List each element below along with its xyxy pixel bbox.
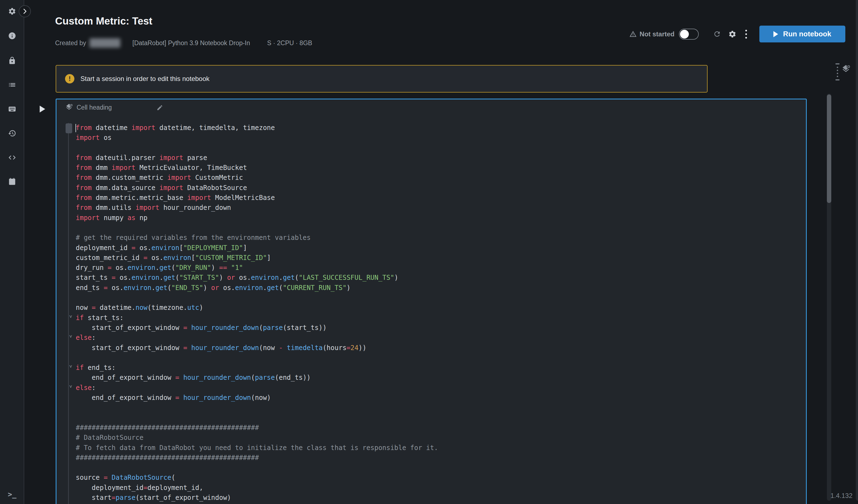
add-cell-layers-icon[interactable] [841, 65, 850, 74]
sidebar-item-keyboard[interactable] [0, 101, 24, 117]
right-panel-edge [856, 0, 858, 501]
code-line[interactable]: from dmm.metric.metric_base import Model… [76, 193, 806, 203]
code-line[interactable]: end_of_export_window = hour_rounder_down… [76, 393, 806, 403]
code-line[interactable]: deployment_id = os.environ["DEPLOYMENT_I… [76, 243, 806, 253]
code-line[interactable]: from dmm import MetricEvaluator, TimeBuc… [76, 163, 806, 173]
app-version: 1.4.132 [830, 492, 853, 500]
code-line[interactable] [76, 293, 806, 303]
code-line[interactable]: start=parse(start_of_export_window) [76, 493, 806, 503]
resources-label: S · 2CPU · 8GB [267, 39, 313, 47]
code-line[interactable]: >if start_ts: [76, 313, 806, 323]
lock-icon [8, 56, 16, 65]
code-line[interactable]: source = DataRobotSource( [76, 473, 806, 483]
code-line[interactable]: ########################################… [76, 423, 806, 433]
list-icon [8, 81, 16, 89]
created-by-label: Created by [55, 39, 86, 47]
handle-dash [836, 79, 840, 80]
code-line[interactable]: # To fetch data from DataRobot you need … [76, 443, 806, 453]
code-line[interactable]: deployment_id=deployment_id, [76, 483, 806, 493]
code-line[interactable]: end_ts = os.environ.get("END_TS") or os.… [76, 283, 806, 293]
code-line[interactable]: if isinstance(start_of_export_window, st… [76, 503, 806, 504]
code-line[interactable]: start_of_export_window = hour_rounder_do… [76, 323, 806, 333]
code-line[interactable]: from dmm.custom_metric import CustomMetr… [76, 173, 806, 183]
code-line[interactable] [76, 463, 806, 473]
code-line[interactable]: import os [76, 133, 806, 143]
page-title: Custom Metric: Test [55, 15, 153, 27]
left-sidebar: >_ [0, 0, 24, 504]
warning-triangle-icon [629, 30, 637, 38]
refresh-button[interactable] [709, 27, 725, 42]
code-line[interactable]: from dateutil.parser import parse [76, 153, 806, 163]
terminal-icon: >_ [8, 490, 16, 499]
code-line[interactable]: custom_metric_id = os.environ["CUSTOM_ME… [76, 253, 806, 263]
code-line[interactable]: start_ts = os.environ.get("START_TS") or… [76, 273, 806, 282]
code-line[interactable] [76, 413, 806, 423]
fold-chevron-icon[interactable]: > [66, 365, 76, 370]
notebook-app: >_ Custom Metric: Test Created by [DataR… [0, 0, 858, 504]
code-line[interactable] [76, 353, 806, 363]
edit-pencil-icon[interactable] [157, 104, 163, 111]
code-line[interactable] [76, 403, 806, 412]
code-line[interactable]: from dmm.data_source import DataRobotSou… [76, 183, 806, 193]
status-label: Not started [639, 30, 674, 38]
sidebar-item-lock[interactable] [0, 53, 24, 68]
sidebar-expand-button[interactable] [19, 5, 31, 17]
code-line[interactable]: from dmm.utils import hour_rounder_down [76, 203, 806, 213]
header-controls: Not started Run notebook [629, 26, 845, 43]
session-toggle[interactable] [679, 29, 699, 40]
code-line[interactable]: >else: [76, 333, 806, 343]
right-panel-handle[interactable] [836, 63, 852, 82]
sidebar-item-calendar[interactable] [0, 174, 24, 190]
scrollbar-thumb[interactable] [827, 95, 831, 203]
gear-icon [8, 7, 16, 15]
environment-label: [DataRobot] Python 3.9 Notebook Drop-In [132, 39, 250, 47]
code-line[interactable]: ########################################… [76, 453, 806, 463]
session-status: Not started [629, 30, 674, 38]
code-line[interactable]: # DataRobotSource [76, 433, 806, 443]
creator-name-redacted [90, 38, 121, 48]
notebook-cell[interactable]: Cell heading from datetime import dateti… [55, 99, 807, 504]
kebab-icon [745, 30, 747, 31]
run-notebook-button[interactable]: Run notebook [759, 26, 845, 43]
fold-chevron-icon[interactable]: > [66, 335, 76, 340]
code-line[interactable]: start_of_export_window = hour_rounder_do… [76, 343, 806, 353]
history-icon [8, 129, 16, 137]
sidebar-item-info[interactable] [0, 28, 24, 44]
settings-button[interactable] [725, 27, 740, 42]
code-line[interactable]: >else: [76, 383, 806, 393]
fold-chevron-icon[interactable]: > [66, 385, 76, 391]
session-warning-banner: ! Start a session in order to edit this … [55, 65, 708, 93]
sidebar-item-outline[interactable] [0, 77, 24, 93]
code-line[interactable]: now = datetime.now(timezone.utc) [76, 303, 806, 313]
refresh-icon [713, 30, 721, 38]
keyboard-icon [8, 105, 16, 113]
more-menu-button[interactable] [740, 27, 752, 42]
cell-heading-label: Cell heading [77, 104, 112, 111]
fold-chevron-icon[interactable]: > [66, 315, 76, 321]
play-icon [774, 31, 778, 37]
code-lines[interactable]: from datetime import datetime, timedelta… [57, 123, 806, 504]
sidebar-item-history[interactable] [0, 126, 24, 141]
cell-header: Cell heading [65, 104, 163, 111]
code-line[interactable]: from datetime import datetime, timedelta… [76, 123, 806, 133]
gear-icon [728, 30, 736, 38]
run-notebook-label: Run notebook [783, 30, 831, 38]
exclamation-circle-icon: ! [65, 74, 74, 83]
code-line[interactable]: dry_run = os.environ.get("DRY_RUN") == "… [76, 263, 806, 273]
code-line[interactable]: # get the required variables from the en… [76, 233, 806, 243]
run-cell-button[interactable] [40, 104, 51, 114]
code-line[interactable] [76, 223, 806, 233]
code-line[interactable]: end_of_export_window = hour_rounder_down… [76, 373, 806, 383]
sidebar-item-code[interactable] [0, 150, 24, 165]
cell-type-layers-icon [65, 104, 73, 111]
code-line[interactable] [76, 143, 806, 153]
sidebar-item-terminal[interactable]: >_ [0, 487, 24, 502]
info-icon [8, 32, 16, 40]
calendar-icon [8, 178, 16, 186]
banner-message: Start a session in order to edit this no… [80, 75, 209, 83]
code-line[interactable]: import numpy as np [76, 213, 806, 223]
handle-dash [836, 63, 840, 64]
code-line[interactable]: >if end_ts: [76, 363, 806, 373]
toggle-knob [680, 30, 689, 38]
code-icon [8, 153, 16, 162]
